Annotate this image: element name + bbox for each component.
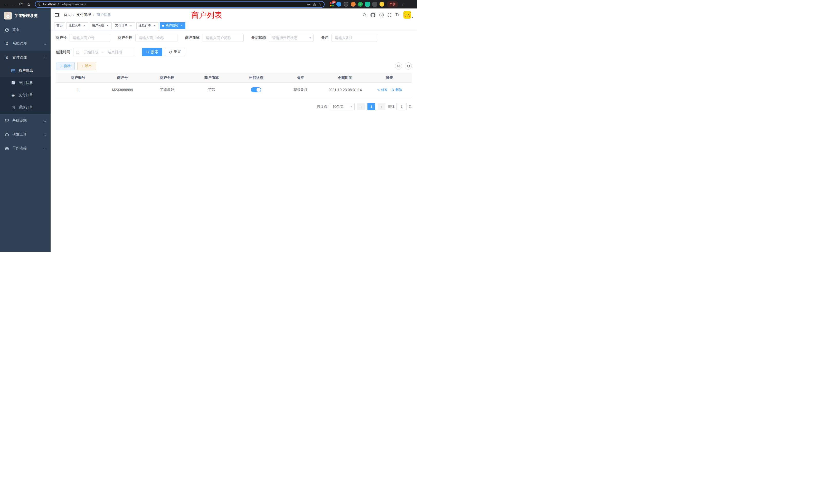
record-icon: ◉ (10, 93, 16, 97)
short-name-input[interactable] (203, 33, 244, 42)
end-date-input[interactable] (105, 50, 125, 54)
tab-merchant-info[interactable]: 商户信息 × (160, 22, 185, 29)
tab-user-group[interactable]: 用户分组 × (90, 22, 112, 29)
page-size-value: 10条/页 (332, 104, 344, 109)
extension-colordots-icon[interactable]: 10 (329, 2, 334, 7)
extension-green-square-icon[interactable] (365, 2, 370, 7)
sidebar-item-infra[interactable]: 基础设施 (0, 114, 50, 128)
user-menu[interactable]: ▾ (403, 11, 413, 19)
document-icon (10, 106, 16, 110)
browser-reload-button[interactable]: ⟳ (18, 1, 25, 8)
tab-home[interactable]: 首页 (54, 22, 65, 29)
extension-avatar-icon[interactable] (351, 2, 356, 7)
search-icon[interactable] (362, 13, 367, 17)
column-header: 开启状态 (234, 73, 278, 83)
password-key-icon[interactable] (307, 2, 311, 6)
briefcase-icon (4, 132, 10, 137)
tab-refund-order[interactable]: 退款订单 × (136, 22, 158, 29)
github-icon[interactable] (371, 13, 375, 18)
next-page-button[interactable]: › (378, 103, 386, 110)
sidebar-item-pay-order[interactable]: ◉ 支付订单 (0, 89, 50, 101)
field-remark: 备注 (321, 33, 377, 42)
remark-input[interactable] (331, 33, 377, 42)
share-icon[interactable] (312, 2, 316, 6)
bookmark-star-icon[interactable]: ☆ (318, 2, 322, 7)
current-page-button[interactable]: 1 (368, 103, 375, 110)
close-tab-icon[interactable]: × (83, 24, 86, 27)
full-name-input[interactable] (135, 33, 177, 42)
sidebar-item-merchant-info[interactable]: 商户信息 (0, 64, 50, 77)
cell-create-time: 2021-10-23 08:31:14 (323, 83, 367, 97)
delete-link[interactable]: 删除 (391, 88, 402, 92)
table-body: 1 M233666999 芋道源码 芋艿 我是备注 2021-10-23 08:… (56, 83, 412, 97)
chevron-up-icon (44, 56, 46, 59)
extension-dark-circle-icon[interactable] (344, 2, 348, 7)
status-select[interactable] (269, 33, 313, 42)
breadcrumb-separator: / (93, 13, 94, 17)
filter-row-1: 商户号 商户全称 商户简称 开启状态 ▾ (56, 33, 412, 42)
edit-link[interactable]: ✎ 修改 (377, 88, 388, 92)
prev-page-button[interactable]: ‹ (357, 103, 365, 110)
reset-button-label: 重置 (174, 50, 181, 54)
close-tab-icon[interactable]: × (129, 24, 133, 27)
breadcrumb-home[interactable]: 首页 (64, 13, 71, 17)
refresh-table-button[interactable] (405, 62, 412, 70)
add-button[interactable]: + 新增 (56, 62, 75, 70)
app-title: 芋道管理系统 (14, 13, 38, 18)
breadcrumb-payment[interactable]: 支付管理 (76, 13, 91, 17)
close-tab-icon[interactable]: × (179, 24, 183, 27)
caret-down-icon: ▾ (412, 16, 413, 19)
url-host: localhost (43, 2, 56, 6)
sidebar-item-home[interactable]: 首页 (0, 23, 50, 37)
close-tab-icon[interactable]: × (106, 24, 109, 27)
sidebar-item-refund-order[interactable]: 退款订单 (0, 101, 50, 114)
extension-puzzle-icon[interactable] (372, 2, 377, 7)
sidebar-item-payment[interactable]: ¥ 支付管理 (0, 50, 50, 64)
field-label: 开启状态 (251, 36, 266, 40)
field-label: 商户简称 (185, 36, 199, 40)
extension-drop-icon[interactable] (336, 2, 341, 7)
help-icon[interactable]: ? (379, 13, 383, 17)
sidebar-item-app-info[interactable]: 应用信息 (0, 77, 50, 89)
close-tab-icon[interactable]: × (153, 24, 156, 27)
caret-down-icon: ▾ (351, 105, 352, 108)
chevron-down-icon (44, 42, 46, 45)
app-logo[interactable]: 芋道管理系统 (0, 8, 50, 23)
merchant-no-input[interactable] (70, 33, 110, 42)
chevron-down-icon (44, 119, 46, 122)
sidebar-toggle-icon[interactable] (55, 13, 60, 17)
sidebar-item-label: 应用信息 (19, 81, 33, 85)
tab-pay-order[interactable]: 支付订单 × (113, 22, 135, 29)
browser-menu-icon[interactable]: ⋮ (399, 2, 407, 7)
search-button[interactable]: 搜索 (142, 48, 162, 56)
tab-process-form[interactable]: 流程表单 × (66, 22, 88, 29)
reset-button[interactable]: 重置 (165, 48, 185, 56)
sidebar-item-workflow[interactable]: 工作流程 (0, 141, 50, 155)
extension-check-icon[interactable]: ✓ (358, 2, 363, 7)
main-area: 首页 / 支付管理 / 商户信息 商户列表 ? TT (50, 8, 417, 252)
extension-yellow-face-icon[interactable] (379, 2, 385, 7)
url-bar[interactable]: ⓘ localhost :1024/pay/merchant ☆ (35, 1, 325, 8)
start-date-input[interactable] (81, 50, 101, 54)
page-size-select[interactable]: 10条/页 ▾ (330, 103, 355, 110)
browser-home-button[interactable]: ⌂ (25, 1, 32, 8)
status-toggle[interactable] (251, 87, 261, 92)
font-size-icon[interactable]: TT (395, 13, 399, 17)
date-range-picker[interactable]: - (73, 48, 134, 56)
browser-forward-button[interactable]: → (10, 1, 17, 8)
field-create-time: 创建时间 - (56, 48, 134, 56)
sidebar-item-label: 首页 (12, 27, 20, 32)
toolbar-right (395, 62, 412, 70)
browser-back-button[interactable]: ← (2, 1, 9, 8)
sidebar-item-system[interactable]: ⚙ 系统管理 (0, 37, 50, 50)
fullscreen-icon[interactable] (388, 13, 392, 17)
browser-update-button[interactable]: 更新 (387, 1, 398, 7)
column-header: 商户简称 (189, 73, 234, 83)
navbar-actions: ? TT ▾ (362, 11, 413, 19)
goto-page-input[interactable] (396, 103, 407, 110)
site-info-icon[interactable]: ⓘ (38, 2, 41, 7)
breadcrumb: 首页 / 支付管理 / 商户信息 (64, 13, 111, 17)
sidebar-item-devtools[interactable]: 研发工具 (0, 128, 50, 141)
export-button[interactable]: ↓ 导出 (77, 62, 96, 70)
toggle-search-button[interactable] (395, 62, 402, 70)
